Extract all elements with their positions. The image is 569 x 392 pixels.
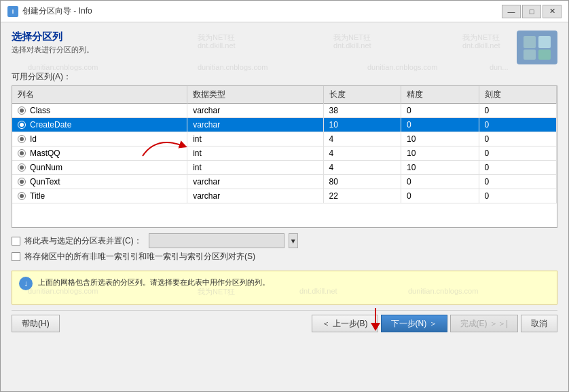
table-row[interactable]: Classvarchar3800 <box>12 104 557 118</box>
finish-button: 完成(E) ＞＞| <box>450 315 518 332</box>
col-length: 80 <box>323 175 401 189</box>
col-header-scale: 刻度 <box>479 86 557 104</box>
col-name: MastQQ <box>12 146 187 161</box>
page-title: 选择分区列 <box>12 31 94 43</box>
col-precision: 10 <box>401 146 479 161</box>
page-subtitle: 选择对表进行分区的列。 <box>12 45 94 55</box>
title-bar: i 创建分区向导 - Info — □ ✕ <box>1 1 568 22</box>
window-controls: — □ ✕ <box>502 5 562 18</box>
col-precision: 10 <box>401 161 479 175</box>
svg-rect-3 <box>538 50 551 60</box>
col-length: 38 <box>323 104 401 118</box>
table-row[interactable]: MastQQint4100 <box>12 146 557 161</box>
col-name: Class <box>12 104 187 118</box>
col-precision: 0 <box>401 175 479 189</box>
checkboxes-section: 将此表与选定的分区表并置(C)： ▼ 将存储区中的所有非唯一索引引和唯一索引与索… <box>12 233 557 265</box>
col-type: int <box>187 161 323 175</box>
dialog-window: i 创建分区向导 - Info — □ ✕ 我为NET狂 dnt.dkill.n… <box>0 0 569 392</box>
col-length: 4 <box>323 161 401 175</box>
button-row: 帮助(H) ＜ 上一步(B) 下一步(N) ＞ 完成(E) ＞＞| 取消 <box>12 310 557 335</box>
partition-columns-table: 列名 数据类型 长度 精度 刻度 Classvarchar3800CreateD… <box>12 86 557 203</box>
col-name: QunNum <box>12 161 187 175</box>
col-scale: 0 <box>479 189 557 203</box>
help-button[interactable]: 帮助(H) <box>12 315 60 332</box>
col-scale: 0 <box>479 104 557 118</box>
content-area: 我为NET狂 dnt.dkill.net 我为NET狂 dnt.dkill.ne… <box>1 22 568 391</box>
col-type: int <box>187 132 323 146</box>
table-row[interactable]: Titlevarchar2200 <box>12 189 557 203</box>
merge-checkbox-label: 将此表与选定的分区表并置(C)： <box>24 235 142 247</box>
navigation-buttons: ＜ 上一步(B) 下一步(N) ＞ 完成(E) ＞＞| 取消 <box>312 315 557 332</box>
window-icon: i <box>7 6 18 17</box>
back-button[interactable]: ＜ 上一步(B) <box>312 315 378 332</box>
col-length: 10 <box>323 118 401 132</box>
merge-checkbox-row: 将此表与选定的分区表并置(C)： ▼ <box>12 233 557 248</box>
col-type: varchar <box>187 104 323 118</box>
col-precision: 0 <box>401 118 479 132</box>
col-header-length: 长度 <box>323 86 401 104</box>
minimize-button[interactable]: — <box>502 5 521 18</box>
col-name: CreateDate <box>12 118 187 132</box>
col-name: Id <box>12 132 187 146</box>
svg-rect-0 <box>524 36 536 48</box>
index-checkbox-row: 将存储区中的所有非唯一索引引和唯一索引与索引分区列对齐(S) <box>12 251 557 262</box>
info-icon: ↓ <box>19 277 33 290</box>
info-text: 上面的网格包含所选表的分区列。请选择要在此表中用作分区列的列。 <box>38 277 270 288</box>
close-button[interactable]: ✕ <box>543 5 562 18</box>
available-partitions-label: 可用分区列(A)： <box>12 71 557 83</box>
col-length: 4 <box>323 132 401 146</box>
window-title: 创建分区向导 - Info <box>22 5 92 17</box>
col-header-type: 数据类型 <box>187 86 323 104</box>
col-type: varchar <box>187 175 323 189</box>
index-checkbox-label: 将存储区中的所有非唯一索引引和唯一索引与索引分区列对齐(S) <box>24 251 255 262</box>
col-name: Title <box>12 189 187 203</box>
next-button[interactable]: 下一步(N) ＞ <box>381 315 447 332</box>
col-scale: 0 <box>479 132 557 146</box>
table-row[interactable]: CreateDatevarchar1000 <box>12 118 557 132</box>
col-precision: 0 <box>401 104 479 118</box>
maximize-button[interactable]: □ <box>522 5 541 18</box>
col-length: 22 <box>323 189 401 203</box>
header-logo <box>517 31 557 64</box>
col-type: varchar <box>187 118 323 132</box>
col-header-precision: 精度 <box>401 86 479 104</box>
col-name: QunText <box>12 175 187 189</box>
header-section: 选择分区列 选择对表进行分区的列。 <box>12 31 557 64</box>
col-header-name: 列名 <box>12 86 187 104</box>
table-row[interactable]: QunTextvarchar8000 <box>12 175 557 189</box>
col-scale: 0 <box>479 175 557 189</box>
col-type: int <box>187 146 323 161</box>
col-type: varchar <box>187 189 323 203</box>
col-precision: 10 <box>401 132 479 146</box>
col-scale: 0 <box>479 146 557 161</box>
merge-checkbox[interactable] <box>12 237 20 246</box>
info-box: ↓ 上面的网格包含所选表的分区列。请选择要在此表中用作分区列的列。 <box>12 271 557 305</box>
table-row[interactable]: QunNumint4100 <box>12 161 557 175</box>
col-length: 4 <box>323 146 401 161</box>
col-scale: 0 <box>479 118 557 132</box>
svg-rect-2 <box>524 50 536 60</box>
index-checkbox[interactable] <box>12 252 20 261</box>
svg-rect-1 <box>538 36 551 48</box>
col-precision: 0 <box>401 189 479 203</box>
table-row[interactable]: Idint4100 <box>12 132 557 146</box>
table-header-row: 列名 数据类型 长度 精度 刻度 <box>12 86 557 104</box>
partition-columns-table-container[interactable]: 列名 数据类型 长度 精度 刻度 Classvarchar3800CreateD… <box>12 85 557 228</box>
col-scale: 0 <box>479 161 557 175</box>
cancel-button[interactable]: 取消 <box>521 315 557 332</box>
